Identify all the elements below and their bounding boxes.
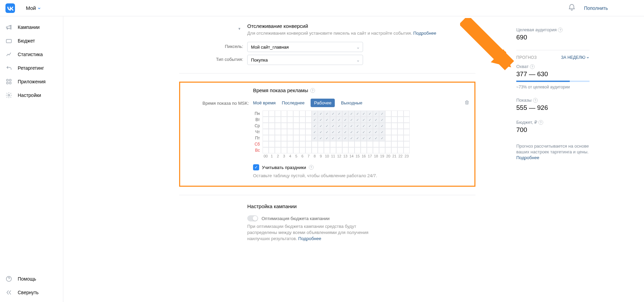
schedule-grid: Пн Вт Ср Чт Пт Сб Вс 0012345678910111213… (253, 111, 470, 158)
collapse-icon (5, 289, 12, 296)
svg-marker-8 (492, 55, 509, 66)
tab-weekend[interactable]: Выходные (341, 100, 362, 105)
schedule-title: Время показа рекламы ? (253, 87, 470, 93)
sidebar-item-label: Помощь (18, 276, 36, 282)
undo-icon (5, 65, 12, 71)
sidebar-campaigns[interactable]: Кампании (0, 20, 63, 34)
svg-rect-0 (6, 39, 12, 43)
budget-label: Бюджет, ₽ ? (516, 120, 590, 125)
gear-icon (5, 92, 12, 99)
impressions-label: Показы ? (516, 98, 590, 103)
forecast-label: Прогноз (516, 55, 537, 60)
forecast-panel: Целевая аудитория ? 690 Прогноз За недел… (516, 23, 590, 161)
sidebar-item-label: Ретаргетинг (18, 65, 44, 71)
impressions-value: 555 — 926 (516, 104, 590, 112)
schedule-tabs: Моё время Последнее Рабочее Выходные (253, 99, 470, 107)
forecast-period-select[interactable]: За неделю (561, 55, 590, 60)
conversion-section-title: Отслеживание конверсий (247, 23, 475, 29)
help-icon[interactable]: ? (310, 88, 315, 93)
megaphone-icon (5, 24, 12, 31)
help-icon[interactable]: ? (558, 28, 563, 32)
tab-work[interactable]: Рабочее (311, 99, 335, 107)
event-label: Тип события: (179, 55, 247, 64)
sidebar-budget[interactable]: Бюджет (0, 34, 63, 48)
svg-marker-9 (491, 49, 511, 67)
wallet-icon (5, 37, 12, 44)
reach-progress (516, 81, 590, 82)
apps-icon (5, 78, 12, 85)
sidebar-retargeting[interactable]: Ретаргетинг (0, 61, 63, 75)
svg-rect-3 (6, 82, 8, 84)
reach-label: Охват ? (516, 64, 590, 69)
event-value: Покупка (251, 57, 268, 63)
holidays-checkbox[interactable]: ✓ (253, 164, 259, 170)
budget-value: 700 (516, 126, 590, 134)
audience-value: 690 (516, 34, 590, 41)
chevron-down-icon: ⌄ (356, 45, 360, 50)
conversion-more-link[interactable]: Подробнее (413, 31, 436, 36)
help-icon[interactable]: ? (533, 98, 538, 103)
holidays-label: Учитывать праздники (262, 165, 306, 170)
audience-label: Целевая аудитория ? (516, 27, 590, 32)
pixel-select[interactable]: Мой сайт_главная ⌄ (247, 42, 363, 52)
sidebar-item-label: Свернуть (18, 290, 38, 295)
event-select[interactable]: Покупка ⌄ (247, 55, 363, 65)
account-selector[interactable]: Мой (26, 5, 41, 11)
main-content: ▼ Отслеживание конверсий Для отслеживани… (63, 16, 644, 302)
chart-icon (5, 51, 12, 58)
forecast-more-link[interactable]: Подробнее (516, 155, 539, 160)
tab-last[interactable]: Последнее (282, 100, 304, 105)
pixel-value: Мой сайт_главная (251, 45, 289, 50)
timezone-label: Время показа по MSK: (185, 99, 253, 108)
svg-rect-1 (6, 79, 8, 81)
reach-value: 377 — 630 (516, 70, 590, 78)
svg-point-5 (8, 95, 10, 96)
chevron-down-icon (37, 6, 41, 10)
sidebar-stats[interactable]: Статистика (0, 48, 63, 61)
sidebar-help[interactable]: Помощь (0, 272, 63, 286)
svg-rect-2 (10, 79, 11, 81)
clear-schedule-button[interactable] (464, 100, 470, 106)
help-icon[interactable]: ? (309, 165, 314, 170)
sidebar-apps[interactable]: Приложения (0, 75, 63, 88)
app-header: Мой Пополнить (0, 0, 644, 16)
help-icon[interactable]: ? (530, 64, 535, 69)
topup-button[interactable]: Пополнить (584, 5, 608, 11)
sidebar-item-label: Приложения (18, 79, 46, 84)
campaign-settings-title: Настройка кампании (247, 203, 475, 209)
help-icon[interactable]: ? (538, 120, 543, 125)
schedule-cells[interactable]: 001234567891011121314151617181920212223 (263, 111, 410, 158)
sidebar-item-label: Настройки (18, 93, 41, 98)
pixel-label: Пиксель: (179, 42, 247, 51)
day-labels: Пн Вт Ср Чт Пт Сб Вс (253, 111, 260, 158)
divider (179, 195, 475, 195)
sidebar-item-label: Бюджет (18, 38, 35, 44)
sidebar-collapse[interactable]: Свернуть (0, 286, 63, 299)
help-icon (5, 275, 12, 282)
notifications-icon[interactable] (568, 3, 576, 13)
svg-rect-4 (10, 82, 11, 84)
sidebar-settings[interactable]: Настройки (0, 88, 63, 102)
tab-mytime[interactable]: Моё время (253, 100, 276, 105)
sidebar: Кампании Бюджет Статистика Ретаргетинг П… (0, 16, 63, 302)
trash-icon (464, 100, 470, 105)
chevron-down-icon (586, 56, 590, 59)
schedule-hint: Оставьте таблицу пустой, чтобы объявлени… (253, 173, 470, 178)
forecast-footer: Прогноз рассчитывается на основе ваших н… (516, 143, 590, 161)
campaign-opt-desc: При оптимизации бюджета кампании средств… (247, 223, 370, 242)
account-name: Мой (26, 5, 36, 11)
sidebar-item-label: Кампании (18, 24, 40, 30)
divider (179, 73, 475, 73)
campaign-more-link[interactable]: Подробнее (298, 236, 321, 241)
conversion-desc: Для отслеживания конверсий установите пи… (247, 30, 475, 36)
collapse-triangle-icon[interactable]: ▼ (238, 27, 241, 31)
vk-logo[interactable] (5, 3, 15, 13)
budget-optimization-label: Оптимизация бюджета кампании (262, 216, 330, 221)
reach-percent: ~73% от целевой аудитории (516, 85, 590, 89)
schedule-highlight: Время показа рекламы ? Время показа по M… (179, 82, 475, 187)
sidebar-item-label: Статистика (18, 52, 43, 57)
budget-optimization-toggle[interactable] (247, 215, 258, 221)
chevron-down-icon: ⌄ (356, 57, 360, 63)
